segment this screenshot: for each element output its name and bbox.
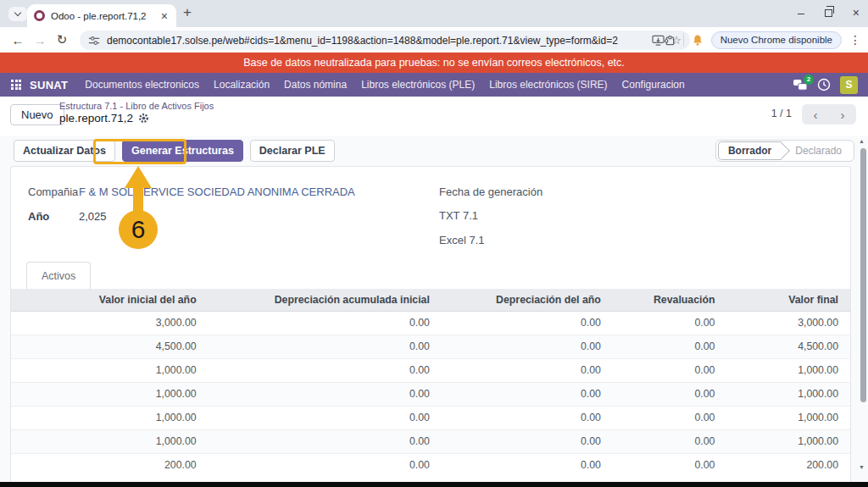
cell-valor-final[interactable]: 4,500.00: [726, 335, 850, 358]
cell-revaluacion[interactable]: 0.00: [613, 382, 727, 406]
cell-valor-inicial[interactable]: 1,000.00: [11, 429, 209, 453]
update-bell-icon[interactable]: [692, 34, 704, 47]
address-bar[interactable]: democontable17.solse.pe/web#cids=1&menu_…: [80, 30, 690, 50]
form-sheet: Compañia F & M SOL SERVICE SOCIEDAD ANON…: [10, 166, 851, 482]
menu-localizacion[interactable]: Localización: [214, 79, 270, 91]
extensions-icon[interactable]: [663, 34, 676, 47]
cell-depreciacion-acumulada[interactable]: 0.00: [209, 311, 442, 335]
status-borrador[interactable]: Borrador: [718, 141, 782, 160]
menu-documentos-electronicos[interactable]: Documentos electronicos: [85, 79, 199, 91]
browser-toolbar: ← → ↻ democontable17.solse.pe/web#cids=1…: [0, 27, 868, 53]
cell-revaluacion[interactable]: 0.00: [613, 406, 727, 429]
cell-valor-inicial[interactable]: 1,000.00: [11, 358, 209, 382]
generar-estructuras-button[interactable]: Generar Estructuras: [122, 140, 243, 162]
cell-valor-final[interactable]: 200.00: [726, 453, 850, 477]
browser-tab[interactable]: Odoo - ple.report.71,2 ×: [27, 4, 176, 27]
browser-menu-icon[interactable]: ⋮: [849, 33, 861, 47]
table-row[interactable]: 1,000.00 0.00 0.00 0.00 1,000.00: [11, 358, 850, 382]
year-value[interactable]: 2,025: [79, 210, 107, 223]
cell-depreciacion-acumulada[interactable]: 0.00: [209, 406, 442, 429]
cell-depreciacion-anio[interactable]: 0.00: [442, 335, 613, 358]
user-avatar[interactable]: S: [840, 76, 858, 94]
table-row[interactable]: 4,500.00 0.00 0.00 0.00 4,500.00: [11, 335, 850, 358]
cell-depreciacion-anio[interactable]: 0.00: [442, 382, 613, 406]
toolbar-divider: [683, 33, 684, 47]
table-row[interactable]: 1,000.00 0.00 0.00 0.00 1,000.00: [11, 406, 850, 429]
tab-close-icon[interactable]: ×: [159, 9, 170, 23]
cell-valor-inicial[interactable]: 1,000.00: [11, 406, 209, 429]
form-view: Actualizar Datos Generar Estructuras Dec…: [0, 136, 868, 482]
chrome-update-chip[interactable]: Nuevo Chrome disponible: [711, 31, 842, 49]
url-text[interactable]: democontable17.solse.pe/web#cids=1&menu_…: [107, 35, 645, 47]
cell-depreciacion-anio[interactable]: 0.00: [442, 453, 613, 477]
close-window-icon[interactable]: ×: [853, 7, 860, 19]
table-row[interactable]: 1,000.00 0.00 0.00 0.00 1,000.00: [11, 382, 850, 406]
messages-button[interactable]: 2: [793, 79, 808, 91]
bottom-edge-bar: [0, 482, 868, 487]
cell-valor-inicial[interactable]: 3,000.00: [11, 311, 209, 335]
breadcrumb-parent-link[interactable]: Estructura 7.1 - Libro de Activos Fijos: [59, 101, 214, 111]
scrollbar-up-icon[interactable]: ▲: [859, 138, 865, 144]
declarar-ple-button[interactable]: Declarar PLE: [250, 140, 335, 162]
cell-valor-inicial[interactable]: 200.00: [11, 453, 209, 477]
cell-revaluacion[interactable]: 0.00: [613, 358, 727, 382]
menu-configuracion[interactable]: Configuracion: [622, 79, 685, 91]
cell-revaluacion[interactable]: 0.00: [613, 335, 727, 358]
new-record-button[interactable]: Nuevo: [10, 104, 64, 125]
window-controls: – ×: [798, 0, 860, 25]
reload-icon[interactable]: ↻: [51, 32, 73, 47]
menu-libros-ple[interactable]: Libros electrónicos (PLE): [361, 79, 475, 91]
forward-icon[interactable]: →: [29, 33, 51, 47]
col-valor-final[interactable]: Valor final: [726, 289, 850, 311]
cell-valor-final[interactable]: 1,000.00: [726, 382, 850, 406]
cell-depreciacion-anio[interactable]: 0.00: [442, 358, 613, 382]
cell-depreciacion-acumulada[interactable]: 0.00: [209, 382, 442, 406]
col-depreciacion-anio[interactable]: Depreciación del año: [442, 289, 613, 311]
app-brand[interactable]: SUNAT: [30, 79, 68, 91]
table-row[interactable]: 1,000.00 0.00 0.00 0.00 1,000.00: [11, 429, 850, 453]
pager-prev-icon[interactable]: ‹: [802, 104, 829, 125]
actualizar-datos-button[interactable]: Actualizar Datos: [14, 140, 115, 162]
cell-valor-final[interactable]: 3,000.00: [726, 311, 850, 335]
table-row[interactable]: 3,000.00 0.00 0.00 0.00 3,000.00: [11, 311, 850, 335]
generation-date-label: Fecha de generación: [439, 185, 542, 198]
cell-valor-final[interactable]: 1,000.00: [726, 406, 850, 429]
pager-next-icon[interactable]: ›: [829, 104, 856, 125]
status-bar: Borrador Declarado: [715, 140, 854, 162]
menu-datos-nomina[interactable]: Datos nómina: [284, 79, 347, 91]
restore-icon[interactable]: [825, 9, 832, 17]
cell-depreciacion-acumulada[interactable]: 0.00: [209, 429, 442, 453]
tab-activos[interactable]: Activos: [26, 262, 91, 289]
cell-valor-inicial[interactable]: 4,500.00: [11, 335, 209, 358]
cell-depreciacion-anio[interactable]: 0.00: [442, 429, 613, 453]
menu-libros-sire[interactable]: Libros electrónicos (SIRE): [489, 79, 607, 91]
site-info-icon[interactable]: [88, 35, 100, 47]
scrollbar-down-icon[interactable]: ▼: [859, 464, 865, 470]
apps-grid-icon[interactable]: [11, 80, 21, 90]
cell-revaluacion[interactable]: 0.00: [613, 429, 727, 453]
col-valor-inicial[interactable]: Valor inicial del año: [11, 289, 209, 311]
cell-depreciacion-anio[interactable]: 0.00: [442, 311, 613, 335]
cell-valor-final[interactable]: 1,000.00: [726, 429, 850, 453]
new-tab-icon[interactable]: +: [183, 4, 192, 21]
status-declarado[interactable]: Declarado: [782, 142, 852, 159]
cell-depreciacion-anio[interactable]: 0.00: [442, 406, 613, 429]
cell-revaluacion[interactable]: 0.00: [613, 453, 727, 477]
back-icon[interactable]: ←: [7, 33, 29, 47]
tab-search-button[interactable]: [8, 7, 27, 21]
cell-depreciacion-acumulada[interactable]: 0.00: [209, 453, 442, 477]
table-row[interactable]: 200.00 0.00 0.00 0.00 200.00: [11, 453, 850, 477]
activities-clock-icon[interactable]: [817, 78, 831, 91]
gear-icon[interactable]: [138, 113, 149, 124]
cell-depreciacion-acumulada[interactable]: 0.00: [209, 335, 442, 358]
cell-depreciacion-acumulada[interactable]: 0.00: [209, 358, 442, 382]
scrollbar-thumb[interactable]: [860, 148, 866, 402]
cell-valor-final[interactable]: 1,000.00: [726, 358, 850, 382]
company-value[interactable]: F & M SOL SERVICE SOCIEDAD ANONIMA CERRA…: [79, 185, 355, 198]
col-depreciacion-acumulada[interactable]: Depreciación acumulada inicial: [209, 289, 442, 311]
tab-title: Odoo - ple.report.71,2: [51, 11, 153, 21]
col-revaluacion[interactable]: Revaluación: [613, 289, 727, 311]
minimize-icon[interactable]: –: [798, 7, 804, 19]
cell-revaluacion[interactable]: 0.00: [613, 311, 727, 335]
cell-valor-inicial[interactable]: 1,000.00: [11, 382, 209, 406]
